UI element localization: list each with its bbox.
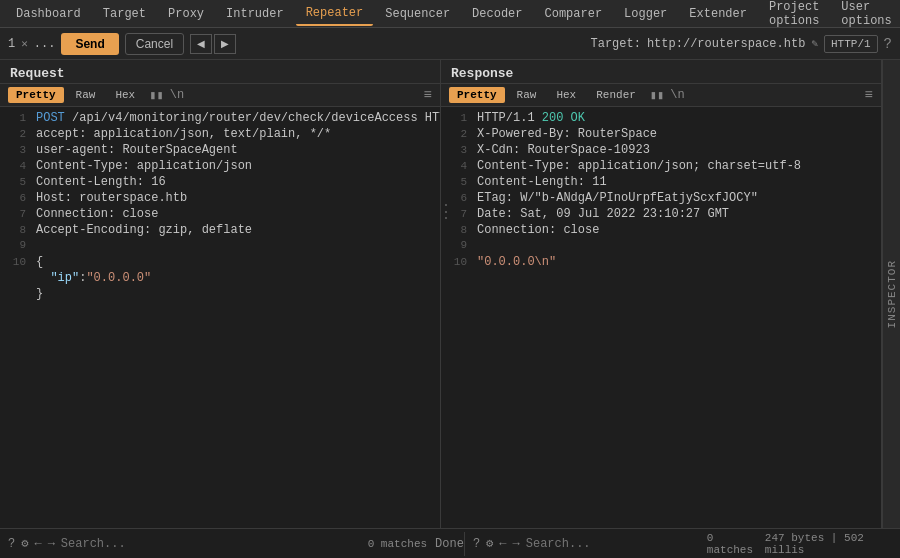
nav-arrows: ◀ ▶: [190, 34, 236, 54]
edit-target-icon[interactable]: ✎: [811, 37, 818, 50]
toolbar: 1 ✕ ... Send Cancel ◀ ▶ Target: http://r…: [0, 28, 900, 60]
right-matches-count: 0 matches: [707, 532, 759, 556]
help-icon[interactable]: ?: [884, 36, 892, 52]
nav-intruder[interactable]: Intruder: [216, 3, 294, 25]
request-line-7: 7 Connection: close: [0, 207, 440, 223]
request-line-12: }: [0, 287, 440, 303]
request-tab-raw[interactable]: Raw: [68, 87, 104, 103]
request-line-4: 4 Content-Type: application/json: [0, 159, 440, 175]
response-format-icon[interactable]: ▮▮: [650, 88, 664, 103]
response-tab-pretty[interactable]: Pretty: [449, 87, 505, 103]
left-matches-count: 0 matches: [368, 538, 427, 550]
cancel-button[interactable]: Cancel: [125, 33, 184, 55]
left-search-input[interactable]: [61, 537, 261, 551]
response-line-4: 4 Content-Type: application/json; charse…: [441, 159, 881, 175]
nav-extender[interactable]: Extender: [679, 3, 757, 25]
response-code-area[interactable]: 1 HTTP/1.1 200 OK 2 X-Powered-By: Router…: [441, 107, 881, 528]
response-panel: Response Pretty Raw Hex Render ▮▮ \n ≡ 1…: [441, 60, 882, 528]
request-newline-icon[interactable]: \n: [170, 88, 184, 102]
request-panel-tabs: Pretty Raw Hex ▮▮ \n ≡: [0, 84, 440, 107]
request-line-9: 9: [0, 239, 440, 255]
next-arrow-button[interactable]: ▶: [214, 34, 236, 54]
request-line-3: 3 user-agent: RouterSpaceAgent: [0, 143, 440, 159]
inspector-label: INSPECTOR: [886, 260, 898, 328]
response-line-5: 5 Content-Length: 11: [441, 175, 881, 191]
response-tab-raw[interactable]: Raw: [509, 87, 545, 103]
right-search-input[interactable]: [526, 537, 701, 551]
left-settings-icon[interactable]: ⚙: [21, 536, 28, 551]
request-line-10: 10 {: [0, 255, 440, 271]
nav-repeater[interactable]: Repeater: [296, 2, 374, 26]
top-navigation: Dashboard Target Proxy Intruder Repeater…: [0, 0, 900, 28]
request-line-6: 6 Host: routerspace.htb: [0, 191, 440, 207]
request-code-area[interactable]: 1 POST /api/v4/monitoring/router/dev/che…: [0, 107, 440, 528]
response-tab-render[interactable]: Render: [588, 87, 644, 103]
nav-comparer[interactable]: Comparer: [535, 3, 613, 25]
right-forward-arrow-icon[interactable]: →: [513, 537, 520, 551]
nav-project-options[interactable]: Project options: [759, 0, 829, 32]
left-forward-arrow-icon[interactable]: →: [48, 537, 55, 551]
request-line-5: 5 Content-Length: 16: [0, 175, 440, 191]
request-tab-hex[interactable]: Hex: [107, 87, 143, 103]
response-line-10: 10 "0.0.0.0\n": [441, 255, 881, 271]
nav-decoder[interactable]: Decoder: [462, 3, 532, 25]
target-url: http://routerspace.htb: [647, 37, 805, 51]
status-bar: ? ⚙ ← → 0 matches Done ? ⚙ ← → 0 matches…: [0, 528, 900, 558]
left-help-icon[interactable]: ?: [8, 537, 15, 551]
response-meta: 247 bytes | 502 millis: [765, 532, 892, 556]
nav-sequencer[interactable]: Sequencer: [375, 3, 460, 25]
right-help-icon[interactable]: ?: [473, 537, 480, 551]
right-back-arrow-icon[interactable]: ←: [499, 537, 506, 551]
response-line-3: 3 X-Cdn: RouterSpace-10923: [441, 143, 881, 159]
request-tab-pretty[interactable]: Pretty: [8, 87, 64, 103]
response-panel-tabs: Pretty Raw Hex Render ▮▮ \n ≡: [441, 84, 881, 107]
prev-arrow-button[interactable]: ◀: [190, 34, 212, 54]
response-line-9: 9: [441, 239, 881, 255]
inspector-sidebar[interactable]: INSPECTOR: [882, 60, 900, 528]
nav-dashboard[interactable]: Dashboard: [6, 3, 91, 25]
response-newline-icon[interactable]: \n: [670, 88, 684, 102]
response-panel-header: Response: [441, 60, 881, 84]
main-content: Request Pretty Raw Hex ▮▮ \n ≡ 1 POST /a…: [0, 60, 900, 528]
tab-dots[interactable]: ...: [34, 37, 56, 51]
http-version-badge[interactable]: HTTP/1: [824, 35, 878, 53]
request-line-1: 1 POST /api/v4/monitoring/router/dev/che…: [0, 111, 440, 127]
target-label: Target:: [591, 37, 641, 51]
tab-number: 1: [8, 37, 15, 51]
response-line-7: 7 Date: Sat, 09 Jul 2022 23:10:27 GMT: [441, 207, 881, 223]
target-info: Target: http://routerspace.htb ✎ HTTP/1 …: [591, 35, 893, 53]
nav-proxy[interactable]: Proxy: [158, 3, 214, 25]
response-line-1: 1 HTTP/1.1 200 OK: [441, 111, 881, 127]
nav-logger[interactable]: Logger: [614, 3, 677, 25]
request-panel: Request Pretty Raw Hex ▮▮ \n ≡ 1 POST /a…: [0, 60, 441, 528]
send-button[interactable]: Send: [61, 33, 118, 55]
request-line-11: "ip":"0.0.0.0": [0, 271, 440, 287]
request-menu-icon[interactable]: ≡: [424, 87, 432, 103]
response-line-2: 2 X-Powered-By: RouterSpace: [441, 127, 881, 143]
right-settings-icon[interactable]: ⚙: [486, 536, 493, 551]
done-status: Done: [435, 537, 464, 551]
nav-target[interactable]: Target: [93, 3, 156, 25]
status-bar-right: ? ⚙ ← → 0 matches 247 bytes | 502 millis: [464, 532, 892, 556]
response-menu-icon[interactable]: ≡: [865, 87, 873, 103]
left-back-arrow-icon[interactable]: ←: [34, 537, 41, 551]
response-line-8: 8 Connection: close: [441, 223, 881, 239]
status-bar-left: ? ⚙ ← → 0 matches: [8, 536, 427, 551]
request-panel-header: Request: [0, 60, 440, 84]
response-tab-hex[interactable]: Hex: [548, 87, 584, 103]
request-line-2: 2 accept: application/json, text/plain, …: [0, 127, 440, 143]
response-line-6: 6 ETag: W/"b-ANdgA/PInoUrpfEatjyScxfJOCY…: [441, 191, 881, 207]
request-line-8: 8 Accept-Encoding: gzip, deflate: [0, 223, 440, 239]
request-format-icon[interactable]: ▮▮: [149, 88, 163, 103]
tab-close-icon[interactable]: ✕: [21, 37, 28, 50]
nav-user-options[interactable]: User options: [831, 0, 900, 32]
